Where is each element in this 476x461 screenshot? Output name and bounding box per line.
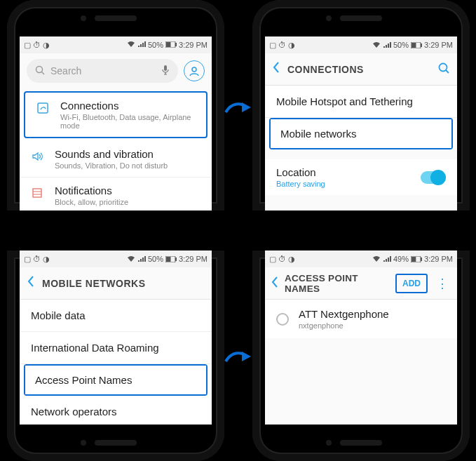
back-icon[interactable]	[27, 275, 35, 291]
account-icon[interactable]	[184, 60, 205, 81]
row-hotspot[interactable]: Mobile Hotspot and Tethering	[265, 86, 457, 118]
radio-unselected[interactable]	[276, 313, 289, 326]
signal-icon	[137, 41, 146, 49]
svg-rect-5	[164, 65, 167, 71]
search-icon[interactable]	[437, 62, 450, 77]
wifi-icon	[127, 41, 135, 49]
svg-rect-17	[166, 257, 171, 262]
svg-point-6	[192, 67, 196, 72]
svg-rect-7	[38, 103, 48, 113]
svg-point-14	[440, 63, 447, 71]
row-apn[interactable]: Access Point Names	[25, 366, 206, 394]
row-title: Location	[276, 166, 421, 178]
svg-point-3	[36, 66, 43, 72]
search-input[interactable]: Search	[27, 59, 178, 83]
svg-rect-12	[412, 43, 416, 48]
row-location[interactable]: Location Battery saving	[265, 159, 457, 195]
page-title: MOBILE NETWORKS	[42, 278, 205, 289]
settings-row-sounds[interactable]: Sounds and vibration Sounds, Vibration, …	[20, 141, 212, 178]
status-bar: ▢ ⏱ ◑ 50% 3:29 PM	[20, 36, 212, 53]
back-icon[interactable]	[271, 276, 279, 291]
status-bar: ▢⏱◑ 49% 3:29 PM	[265, 250, 457, 267]
row-title: Notifications	[55, 185, 203, 196]
settings-row-notifications[interactable]: Notifications Block, allow, prioritize	[20, 178, 212, 211]
svg-rect-20	[412, 257, 416, 262]
connections-icon	[36, 101, 50, 118]
arrow-icon	[224, 98, 252, 119]
svg-rect-13	[421, 44, 422, 47]
arrow-icon	[224, 347, 252, 368]
row-roaming[interactable]: International Data Roaming	[20, 332, 212, 364]
row-sub: Wi-Fi, Bluetooth, Data usage, Airplane m…	[60, 113, 198, 130]
settings-row-connections[interactable]: Connections Wi-Fi, Bluetooth, Data usage…	[25, 93, 206, 137]
screenshot-icon: ▢	[24, 41, 31, 50]
more-icon[interactable]: ⋮	[433, 276, 451, 291]
indicator-icon: ◑	[43, 41, 50, 50]
svg-rect-21	[421, 258, 422, 261]
sound-icon	[30, 149, 44, 166]
mic-icon[interactable]	[161, 65, 170, 78]
svg-rect-8	[33, 189, 41, 197]
apn-title: ATT Nextgenphone	[299, 308, 389, 320]
search-placeholder: Search	[50, 65, 156, 76]
row-sub: Battery saving	[276, 180, 421, 188]
back-icon[interactable]	[272, 61, 280, 77]
status-bar: ▢⏱◑ 50% 3:29 PM	[20, 250, 212, 267]
row-operators[interactable]: Network operators	[20, 396, 212, 425]
row-mobile-networks[interactable]: Mobile networks	[271, 119, 451, 148]
row-sub: Sounds, Vibration, Do not disturb	[55, 161, 203, 170]
location-toggle[interactable]	[421, 171, 446, 184]
row-sub: Block, allow, prioritize	[55, 198, 203, 206]
svg-rect-18	[175, 258, 177, 261]
search-icon	[35, 65, 45, 77]
add-button[interactable]: ADD	[395, 274, 428, 293]
notifications-icon	[30, 186, 44, 203]
row-title: Sounds and vibration	[55, 148, 203, 160]
page-title: ACCESS POINT NAMES	[285, 273, 390, 294]
apn-row[interactable]: ATT Nextgenphone nxtgenphone	[265, 300, 457, 338]
row-title: Connections	[60, 100, 198, 112]
svg-rect-2	[175, 43, 177, 46]
clock-text: 3:29 PM	[179, 41, 208, 49]
alarm-icon: ⏱	[33, 41, 41, 49]
svg-line-15	[446, 70, 449, 73]
battery-text: 50%	[148, 41, 163, 49]
apn-sub: nxtgenphone	[299, 321, 389, 330]
page-title: CONNECTIONS	[287, 64, 430, 75]
svg-line-4	[42, 72, 45, 74]
svg-rect-1	[166, 42, 171, 47]
status-bar: ▢⏱◑ 50% 3:29 PM	[265, 36, 457, 53]
row-mobile-data[interactable]: Mobile data	[20, 300, 212, 332]
battery-icon	[165, 41, 177, 49]
